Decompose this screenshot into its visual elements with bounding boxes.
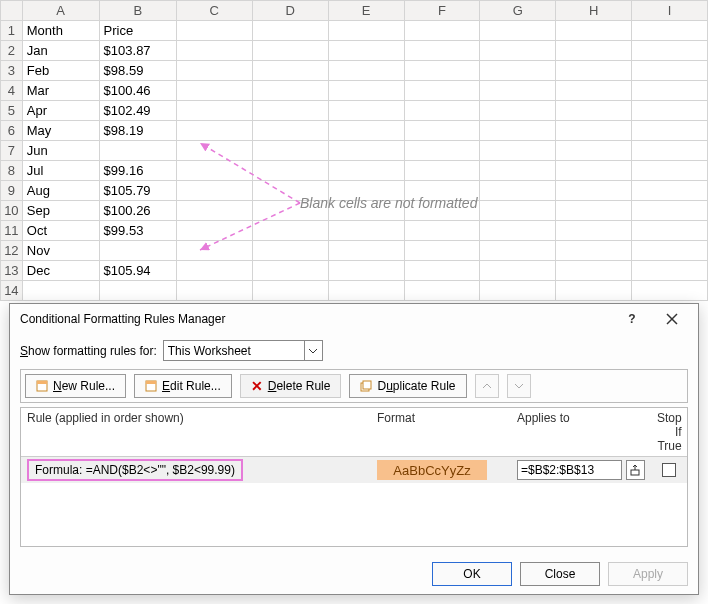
cell-E13[interactable]: [328, 261, 404, 281]
cell-A13[interactable]: Dec: [22, 261, 99, 281]
apply-button[interactable]: Apply: [608, 562, 688, 586]
cell-I5[interactable]: [632, 101, 708, 121]
cell-I13[interactable]: [632, 261, 708, 281]
cell-A14[interactable]: [22, 281, 99, 301]
row-header[interactable]: 3: [1, 61, 23, 81]
stop-if-true-checkbox[interactable]: [662, 463, 676, 477]
cell-B5[interactable]: $102.49: [99, 101, 176, 121]
row-header[interactable]: 11: [1, 221, 23, 241]
cell-B2[interactable]: $103.87: [99, 41, 176, 61]
cell-D6[interactable]: [252, 121, 328, 141]
cell-E14[interactable]: [328, 281, 404, 301]
cell-A3[interactable]: Feb: [22, 61, 99, 81]
cell-E2[interactable]: [328, 41, 404, 61]
col-header-I[interactable]: I: [632, 1, 708, 21]
cell-B14[interactable]: [99, 281, 176, 301]
chevron-down-icon[interactable]: [304, 341, 322, 360]
cell-B6[interactable]: $98.19: [99, 121, 176, 141]
cell-B1[interactable]: Price: [99, 21, 176, 41]
col-header-D[interactable]: D: [252, 1, 328, 21]
cell-F11[interactable]: [404, 221, 480, 241]
cell-C8[interactable]: [176, 161, 252, 181]
cell-H9[interactable]: [556, 181, 632, 201]
cell-E7[interactable]: [328, 141, 404, 161]
cell-D11[interactable]: [252, 221, 328, 241]
cell-H2[interactable]: [556, 41, 632, 61]
show-rules-select[interactable]: This Worksheet: [163, 340, 323, 361]
cell-A8[interactable]: Jul: [22, 161, 99, 181]
duplicate-rule-button[interactable]: Duplicate Rule: [349, 374, 466, 398]
cell-E3[interactable]: [328, 61, 404, 81]
cell-C9[interactable]: [176, 181, 252, 201]
cell-B9[interactable]: $105.79: [99, 181, 176, 201]
cell-G8[interactable]: [480, 161, 556, 181]
range-picker-icon[interactable]: [626, 460, 645, 480]
cell-I11[interactable]: [632, 221, 708, 241]
help-button[interactable]: ?: [612, 305, 652, 333]
cell-D8[interactable]: [252, 161, 328, 181]
cell-I12[interactable]: [632, 241, 708, 261]
cell-F3[interactable]: [404, 61, 480, 81]
move-up-button[interactable]: [475, 374, 499, 398]
cell-D12[interactable]: [252, 241, 328, 261]
col-header-G[interactable]: G: [480, 1, 556, 21]
cell-A9[interactable]: Aug: [22, 181, 99, 201]
cell-D1[interactable]: [252, 21, 328, 41]
col-header-F[interactable]: F: [404, 1, 480, 21]
cell-C11[interactable]: [176, 221, 252, 241]
cell-F6[interactable]: [404, 121, 480, 141]
cell-A2[interactable]: Jan: [22, 41, 99, 61]
cell-D2[interactable]: [252, 41, 328, 61]
row-header[interactable]: 8: [1, 161, 23, 181]
cell-F7[interactable]: [404, 141, 480, 161]
cell-A12[interactable]: Nov: [22, 241, 99, 261]
cell-B13[interactable]: $105.94: [99, 261, 176, 281]
cell-E1[interactable]: [328, 21, 404, 41]
cell-E6[interactable]: [328, 121, 404, 141]
row-header[interactable]: 7: [1, 141, 23, 161]
cell-C13[interactable]: [176, 261, 252, 281]
cell-E12[interactable]: [328, 241, 404, 261]
cell-H8[interactable]: [556, 161, 632, 181]
cell-A5[interactable]: Apr: [22, 101, 99, 121]
cell-D13[interactable]: [252, 261, 328, 281]
cell-G1[interactable]: [480, 21, 556, 41]
cell-G12[interactable]: [480, 241, 556, 261]
cell-I2[interactable]: [632, 41, 708, 61]
cell-G2[interactable]: [480, 41, 556, 61]
cell-I1[interactable]: [632, 21, 708, 41]
cell-C3[interactable]: [176, 61, 252, 81]
ok-button[interactable]: OK: [432, 562, 512, 586]
cell-C6[interactable]: [176, 121, 252, 141]
row-header[interactable]: 1: [1, 21, 23, 41]
cell-F2[interactable]: [404, 41, 480, 61]
cell-H10[interactable]: [556, 201, 632, 221]
row-header[interactable]: 4: [1, 81, 23, 101]
cell-C10[interactable]: [176, 201, 252, 221]
cell-I8[interactable]: [632, 161, 708, 181]
cell-H4[interactable]: [556, 81, 632, 101]
cell-B4[interactable]: $100.46: [99, 81, 176, 101]
cell-E5[interactable]: [328, 101, 404, 121]
cell-H5[interactable]: [556, 101, 632, 121]
rule-row[interactable]: Formula: =AND($B2<>"", $B2<99.99) AaBbCc…: [21, 457, 687, 483]
cell-H14[interactable]: [556, 281, 632, 301]
cell-I7[interactable]: [632, 141, 708, 161]
col-header-A[interactable]: A: [22, 1, 99, 21]
cell-A6[interactable]: May: [22, 121, 99, 141]
cell-H11[interactable]: [556, 221, 632, 241]
cell-G10[interactable]: [480, 201, 556, 221]
cell-H13[interactable]: [556, 261, 632, 281]
cell-D3[interactable]: [252, 61, 328, 81]
cell-H12[interactable]: [556, 241, 632, 261]
spreadsheet-grid[interactable]: A B C D E F G H I 1MonthPrice2Jan$103.87…: [0, 0, 708, 301]
cell-B7[interactable]: [99, 141, 176, 161]
cell-A11[interactable]: Oct: [22, 221, 99, 241]
cell-G3[interactable]: [480, 61, 556, 81]
col-header-H[interactable]: H: [556, 1, 632, 21]
applies-to-input[interactable]: =$B$2:$B$13: [517, 460, 622, 480]
cell-D4[interactable]: [252, 81, 328, 101]
cell-F5[interactable]: [404, 101, 480, 121]
cell-F14[interactable]: [404, 281, 480, 301]
row-header[interactable]: 13: [1, 261, 23, 281]
